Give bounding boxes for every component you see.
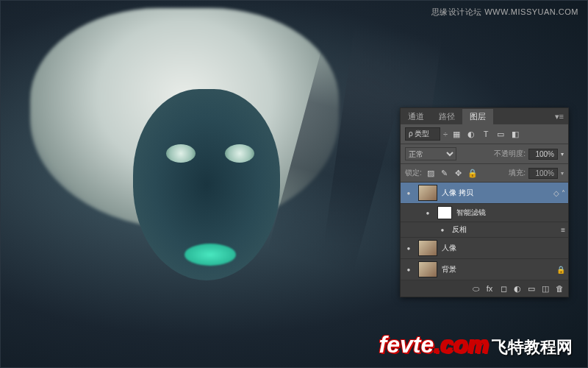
lock-position-icon[interactable]: ✥ [453, 167, 465, 179]
layer-portrait-copy[interactable]: 人像 拷贝 ◇ ˄ [401, 183, 568, 204]
filter-pixel-icon[interactable]: ▦ [451, 128, 462, 140]
fill-value[interactable]: 100% [528, 168, 558, 179]
lock-transparency-icon[interactable]: ▨ [425, 167, 437, 179]
opacity-value[interactable]: 100% [528, 149, 558, 160]
lock-icon: 🔒 [556, 266, 565, 274]
portrait-image [60, 15, 339, 354]
visibility-icon[interactable] [437, 224, 448, 235]
watermark-text: 飞特教程网 [492, 336, 573, 358]
layer-background[interactable]: 背景 🔒 [401, 259, 568, 280]
filter-smart-icon[interactable]: ◧ [509, 128, 521, 140]
opacity-label: 不透明度: [494, 149, 526, 159]
lock-row: 锁定: ▨ ✎ ✥ 🔒 填充: 100% ▾ [401, 164, 568, 183]
layer-smart-filters[interactable]: 智能滤镜 [401, 204, 568, 222]
layer-style-icon[interactable]: fx [484, 283, 495, 294]
layer-name-label: 智能滤镜 [456, 208, 565, 218]
blend-mode-select[interactable]: 正常 [405, 147, 456, 160]
smart-object-icon[interactable]: ◇ ˄ [553, 189, 565, 197]
blend-row: 正常 不透明度: 100% ▾ [401, 144, 568, 164]
fill-label: 填充: [509, 168, 526, 178]
visibility-icon[interactable] [423, 208, 433, 218]
delete-layer-icon[interactable]: 🗑 [553, 283, 565, 294]
layers-panel: 通道 路径 图层 ▾≡ ÷ ▦ ◐ T ▭ ◧ 正常 不透明度: 100% ▾ … [400, 107, 569, 297]
filter-options-icon[interactable]: ≡ [561, 226, 565, 234]
layer-name-label: 人像 [442, 243, 565, 253]
link-layers-icon[interactable]: ⬭ [470, 283, 481, 294]
layer-name-label: 人像 拷贝 [442, 188, 549, 198]
lock-label: 锁定: [405, 168, 422, 178]
layer-thumbnail[interactable] [418, 185, 437, 201]
layer-name-label: 反相 [452, 224, 556, 235]
filter-mask-thumbnail[interactable] [437, 206, 452, 219]
layer-list: 人像 拷贝 ◇ ˄ 智能滤镜 反相 ≡ 人像 背景 🔒 [401, 183, 568, 280]
lock-paint-icon[interactable]: ✎ [439, 167, 451, 179]
tab-paths[interactable]: 路径 [431, 109, 462, 124]
tab-layers[interactable]: 图层 [462, 109, 493, 124]
panel-tabs: 通道 路径 图层 ▾≡ [401, 108, 568, 124]
layer-thumbnail[interactable] [418, 261, 437, 277]
filter-shape-icon[interactable]: ▭ [495, 128, 506, 140]
layer-portrait[interactable]: 人像 [401, 238, 568, 259]
watermark-logo: fevte.com [379, 331, 489, 358]
filter-type-icon[interactable]: T [480, 128, 492, 140]
bottom-watermark: fevte.com 飞特教程网 [379, 331, 573, 358]
panel-footer: ⬭ fx ◻ ◐ ▭ ◫ 🗑 [401, 280, 568, 297]
filter-adjust-icon[interactable]: ◐ [465, 128, 477, 140]
visibility-icon[interactable] [404, 243, 414, 253]
group-icon[interactable]: ▭ [526, 283, 537, 294]
layer-invert-filter[interactable]: 反相 ≡ [401, 222, 568, 238]
filter-type-input[interactable] [405, 127, 440, 141]
lock-all-icon[interactable]: 🔒 [467, 167, 478, 179]
layer-name-label: 背景 [442, 264, 552, 275]
visibility-icon[interactable] [404, 188, 414, 198]
new-layer-icon[interactable]: ◫ [539, 283, 551, 294]
filter-row: ÷ ▦ ◐ T ▭ ◧ [401, 124, 568, 144]
visibility-icon[interactable] [404, 264, 414, 275]
adjustment-layer-icon[interactable]: ◐ [512, 283, 523, 294]
layer-thumbnail[interactable] [418, 240, 437, 256]
layer-mask-icon[interactable]: ◻ [498, 283, 509, 294]
top-watermark: 思缘设计论坛 WWW.MISSYUAN.COM [431, 7, 578, 18]
panel-menu-icon[interactable]: ▾≡ [551, 112, 568, 121]
tab-channels[interactable]: 通道 [401, 109, 431, 124]
